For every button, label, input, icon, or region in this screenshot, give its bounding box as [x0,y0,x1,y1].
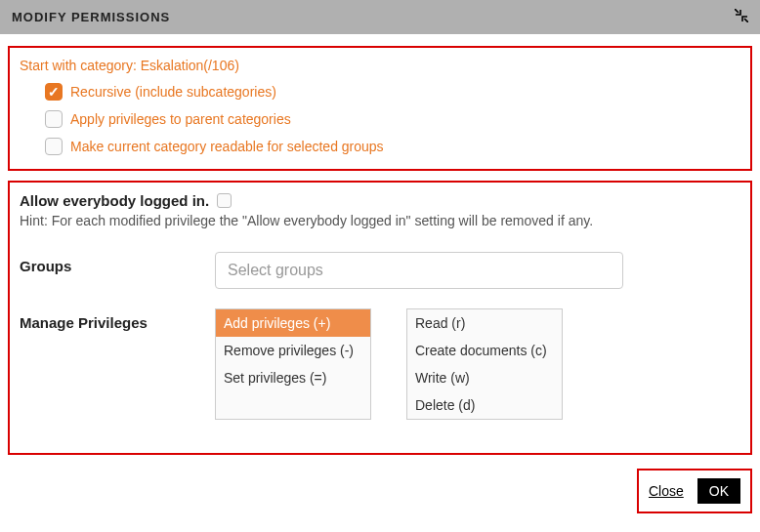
action-add-privileges[interactable]: Add privileges (+) [216,309,370,337]
privileges-section: Allow everybody logged in. Hint: For eac… [8,181,752,455]
ok-button[interactable]: OK [697,478,740,504]
checkbox-allow-everybody[interactable] [217,193,232,208]
footer-actions: Close OK [637,469,752,513]
category-start-label: Start with category: Eskalation(/106) [20,58,740,73]
type-delete[interactable]: Delete (d) [407,391,562,419]
option-apply-parent-label: Apply privileges to parent categories [70,111,291,127]
checkbox-apply-parent[interactable] [45,110,63,128]
option-recursive-label: Recursive (include subcategories) [70,84,276,100]
checkbox-recursive[interactable]: ✓ [45,83,63,101]
groups-label: Groups [20,252,215,274]
action-remove-privileges[interactable]: Remove privileges (-) [216,337,370,364]
allow-everybody-label: Allow everybody logged in. [20,192,209,209]
category-section: Start with category: Eskalation(/106) ✓ … [8,46,752,171]
option-make-readable-row[interactable]: Make current category readable for selec… [45,138,740,155]
privilege-action-list[interactable]: Add privileges (+) Remove privileges (-)… [215,308,371,420]
type-write[interactable]: Write (w) [407,364,562,391]
collapse-icon[interactable] [735,9,748,25]
type-create-documents[interactable]: Create documents (c) [407,337,562,364]
privilege-type-list[interactable]: Read (r) Create documents (c) Write (w) … [406,308,563,420]
manage-privileges-label: Manage Privileges [20,308,215,331]
dialog-header: MODIFY PERMISSIONS [0,0,760,34]
allow-hint: Hint: For each modified privilege the "A… [20,213,740,228]
dialog-title: MODIFY PERMISSIONS [12,10,170,24]
type-read[interactable]: Read (r) [407,309,562,337]
action-set-privileges[interactable]: Set privileges (=) [216,364,370,391]
close-link[interactable]: Close [649,483,684,499]
option-apply-parent-row[interactable]: Apply privileges to parent categories [45,110,740,128]
option-recursive-row[interactable]: ✓ Recursive (include subcategories) [45,83,740,101]
checkbox-make-readable[interactable] [45,138,63,155]
groups-select[interactable]: Select groups [215,252,623,289]
option-make-readable-label: Make current category readable for selec… [70,139,384,154]
